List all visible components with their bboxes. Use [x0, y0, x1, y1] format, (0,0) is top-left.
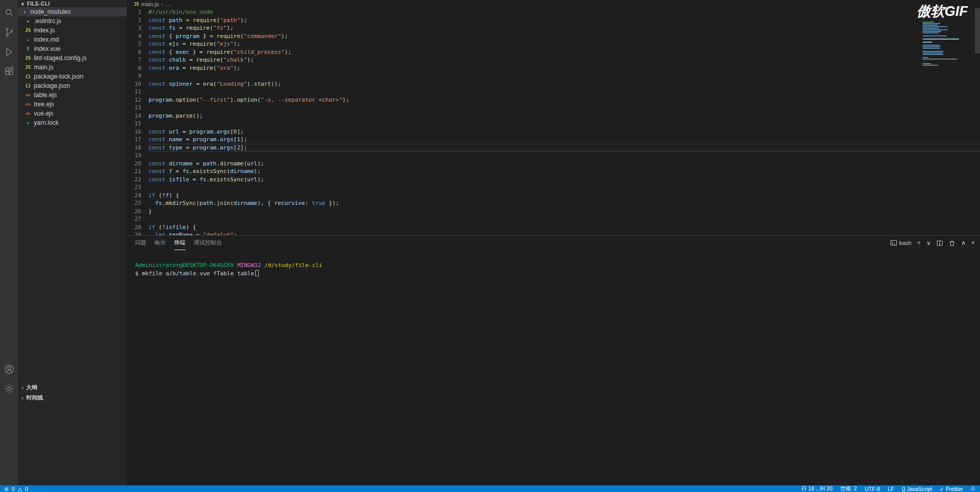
line-number: 18 [127, 144, 148, 152]
status-item[interactable]: ✓ Prettier [939, 486, 963, 492]
split-terminal-button[interactable] [936, 240, 943, 247]
file-item-node_modules[interactable]: ›node_modules [18, 7, 127, 16]
settings-gear-icon[interactable] [0, 379, 18, 399]
terminal-line: $ mkfile a/b/table.vue fTable table [135, 270, 980, 278]
error-count: 0 [12, 486, 15, 492]
sidebar-bottom-sections: › 大纲 › 时间线 [18, 382, 127, 403]
line-number: 25 [127, 199, 148, 207]
code-line-13[interactable]: 13 [127, 104, 980, 112]
line-number: 5 [127, 40, 148, 48]
timeline-section[interactable]: › 时间线 [18, 392, 127, 403]
notifications-bell-icon[interactable] [970, 486, 976, 491]
panel-tab-problems[interactable]: 问题 [135, 236, 146, 250]
code-line-23[interactable]: 23 [127, 183, 980, 192]
code-line-14[interactable]: 14program.parse(); [127, 112, 980, 120]
status-item[interactable]: LF [888, 486, 894, 492]
code-line-8[interactable]: 8const ora = require("ora"); [127, 64, 980, 72]
status-item[interactable]: {} JavaScript [901, 486, 932, 492]
code-line-3[interactable]: 3const fs = require("fs"); [127, 24, 980, 32]
bottom-panel: 问题输出终端调试控制台 bash + ∨ [127, 235, 980, 485]
status-item[interactable]: UTF-8 [864, 486, 880, 492]
search-icon[interactable] [0, 3, 18, 23]
new-terminal-button[interactable]: + [917, 239, 920, 247]
panel-tab-output[interactable]: 输出 [155, 236, 166, 250]
code-line-24[interactable]: 24if (!f) { [127, 192, 980, 200]
file-item-tree.ejs[interactable]: <>tree.ejs [18, 100, 127, 109]
code-line-2[interactable]: 2const path = require("path"); [127, 16, 980, 25]
shell-label: bash [899, 240, 912, 246]
run-debug-icon[interactable] [0, 42, 18, 62]
file-item-index.js[interactable]: JSindex.js [18, 26, 127, 35]
code-line-9[interactable]: 9 [127, 72, 980, 80]
file-item-vue.ejs[interactable]: <>vue.ejs [18, 109, 127, 118]
code-line-29[interactable]: 29 let tmpName = "defalut"; [127, 231, 980, 235]
code-line-16[interactable]: 16const url = program.args[0]; [127, 128, 980, 136]
code-line-19[interactable]: 19 [127, 152, 980, 160]
code-line-20[interactable]: 20const dirname = path.dirname(url); [127, 160, 980, 168]
breadcrumb-more[interactable]: … [165, 1, 171, 7]
code-line-7[interactable]: 7const chalk = require("chalk"); [127, 56, 980, 64]
kill-terminal-button[interactable] [949, 240, 955, 247]
source-control-icon[interactable] [0, 23, 18, 42]
code-line-10[interactable]: 10const spinner = ora("Loading").start()… [127, 80, 980, 88]
file-item-lint-staged.config.js[interactable]: JSlint-staged.config.js [18, 53, 127, 63]
file-item-index.md[interactable]: ↓index.md [18, 35, 127, 44]
code-line-26[interactable]: 26} [127, 207, 980, 216]
line-number: 3 [127, 24, 148, 32]
account-icon[interactable] [0, 359, 18, 379]
code-line-12[interactable]: 12program.option("--first").option("-s, … [127, 96, 980, 104]
code-line-6[interactable]: 6const { exec } = require("child_process… [127, 48, 980, 56]
code-line-4[interactable]: 4const { program } = require("commander"… [127, 32, 980, 41]
breadcrumb[interactable]: JS main.js › … [127, 0, 980, 8]
terminal-icon [890, 239, 897, 247]
warning-icon: △ [18, 486, 22, 492]
js-file-icon: JS [24, 55, 32, 61]
code-line-17[interactable]: 17const name = program.args[1]; [127, 136, 980, 144]
file-item-.eslintrc.js[interactable]: ◆.eslintrc.js [18, 16, 127, 26]
code-line-21[interactable]: 21const f = fs.existsSync(dirname); [127, 167, 980, 176]
code-line-11[interactable]: 11 [127, 88, 980, 96]
code-line-22[interactable]: 22const isfile = fs.existsSync(url); [127, 176, 980, 184]
minimap[interactable] [922, 22, 972, 66]
file-item-index.vue[interactable]: Vindex.vue [18, 44, 127, 53]
folder-chevron-icon: › [21, 8, 28, 15]
panel-tab-debug-console[interactable]: 调试控制台 [194, 236, 222, 250]
editor-scrollbar[interactable] [975, 8, 980, 53]
line-number: 19 [127, 152, 148, 160]
close-panel-button[interactable]: × [971, 239, 975, 247]
js-file-icon: JS [24, 65, 32, 70]
code-line-15[interactable]: 15 [127, 120, 980, 128]
line-number: 9 [127, 72, 148, 80]
breadcrumb-file[interactable]: main.js [141, 1, 159, 7]
watermark: 傲软GIF [917, 2, 968, 21]
extensions-icon[interactable] [0, 62, 18, 81]
file-item-package.json[interactable]: {}package.json [18, 81, 127, 90]
panel-tab-terminal[interactable]: 终端 [174, 236, 185, 250]
code-line-5[interactable]: 5const ejs = require("ejs"); [127, 40, 980, 48]
file-item-main.js[interactable]: JSmain.js [18, 63, 127, 72]
maximize-panel-button[interactable]: ∧ [961, 239, 966, 247]
code-line-1[interactable]: 1#!/usr/bin/env node [127, 8, 980, 16]
status-item[interactable]: 行 18，列 20 [801, 485, 833, 492]
file-item-package-lock.json[interactable]: {}package-lock.json [18, 72, 127, 81]
warning-count: 0 [25, 486, 28, 492]
outline-section[interactable]: › 大纲 [18, 382, 127, 392]
code-line-27[interactable]: 27 [127, 215, 980, 223]
chevron-down-icon: ∨ [21, 1, 25, 7]
problems-status[interactable]: ⊘ 0 △ 0 [4, 486, 29, 492]
file-item-yarn.lock[interactable]: ◆yarn.lock [18, 118, 127, 127]
code-line-25[interactable]: 25 fs.mkdirSync(path.join(dirname), { re… [127, 199, 980, 207]
explorer-section-header[interactable]: ∨ FILE-CLI [18, 0, 127, 7]
file-item-table.ejs[interactable]: <>table.ejs [18, 90, 127, 100]
line-number: 11 [127, 88, 148, 96]
code-line-28[interactable]: 28if (!isfile) { [127, 223, 980, 232]
terminal-shell-selector[interactable]: bash [890, 239, 912, 247]
chevron-right-icon: › [22, 384, 24, 391]
chevron-down-icon[interactable]: ∨ [926, 239, 931, 247]
status-item[interactable]: 空格: 2 [840, 485, 857, 492]
line-number: 10 [127, 80, 148, 88]
code-line-18[interactable]: 18const type = program.args[2]; [127, 144, 980, 152]
editor-and-panel: JS main.js › … 1#!/usr/bin/env node2cons… [127, 0, 980, 485]
line-number: 13 [127, 104, 148, 112]
terminal-content[interactable]: Administrator@DESKTOP-O64SG5V MINGW32 /d… [127, 250, 980, 278]
